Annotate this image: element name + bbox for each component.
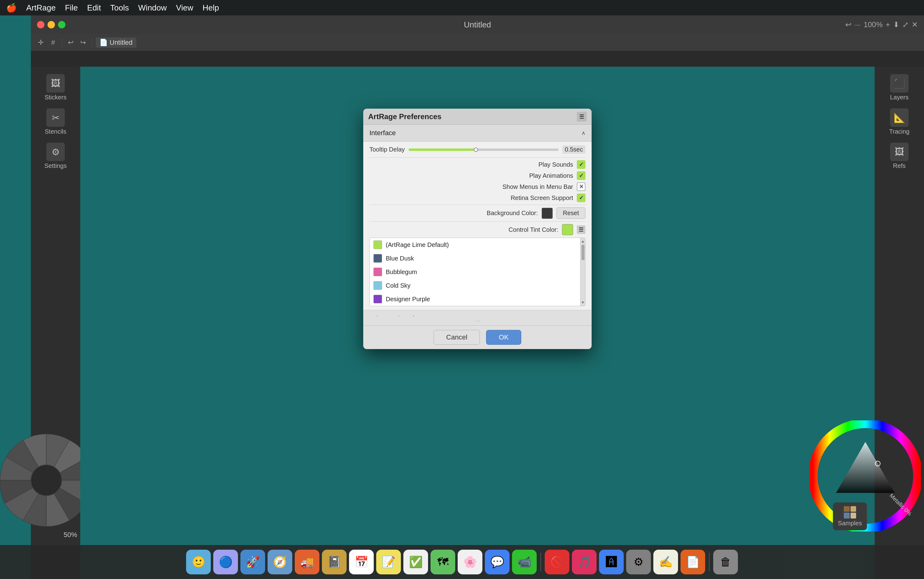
menu-edit[interactable]: Edit <box>87 3 101 13</box>
dock-notefile[interactable]: 📓 <box>322 550 347 574</box>
dock-transmit[interactable]: 🚚 <box>295 550 319 574</box>
menu-file[interactable]: File <box>65 3 78 13</box>
dock-trash[interactable]: 🗑 <box>713 550 738 574</box>
play-sounds-checkbox[interactable]: ✓ <box>577 160 585 169</box>
dock-music[interactable]: 🎵 <box>572 550 597 574</box>
dialog-overlay: ArtRage Preferences ☰ Interface ∧ <box>80 103 875 545</box>
sidebar-refs[interactable]: 🖼 Refs <box>881 140 918 172</box>
dock-notes[interactable]: 📝 <box>376 550 401 574</box>
reset-button[interactable]: Reset <box>556 208 585 219</box>
play-animations-label: Play Animations <box>529 172 573 179</box>
background-color-swatch[interactable] <box>541 208 553 219</box>
sidebar-tracing[interactable]: 📐 Tracing <box>881 106 918 137</box>
grid-icon[interactable]: # <box>48 38 58 47</box>
toolbar-separator-2 <box>92 38 92 47</box>
refs-label: Refs <box>893 162 906 169</box>
ok-button[interactable]: OK <box>486 330 521 345</box>
dock-news[interactable]: 🚫 <box>545 550 569 574</box>
show-menus-checkbox[interactable]: ✕ <box>577 182 585 191</box>
tooltip-delay-row: Tooltip Delay 0.5sec <box>370 146 585 154</box>
dock-safari[interactable]: 🧭 <box>268 550 292 574</box>
color-list-scrollbar[interactable]: ▲ ▼ <box>580 238 585 306</box>
color-item-lime[interactable]: (ArtRage Lime Default) <box>370 238 585 252</box>
dock-rocket[interactable]: 🚀 <box>240 550 265 574</box>
scroll-up-arrow[interactable]: ▲ <box>581 239 585 244</box>
retina-checkbox[interactable]: ✓ <box>577 193 585 202</box>
document-tab[interactable]: 📄 Untitled <box>96 38 136 48</box>
rotate-icon[interactable]: ↩ <box>845 20 852 29</box>
stencils-icon: ✂ <box>46 108 65 127</box>
tint-menu-icon[interactable]: ☰ <box>577 225 585 234</box>
handle-dots: ⋯ <box>475 317 480 324</box>
dock-calendar[interactable]: 📅 <box>349 550 374 574</box>
crosshair-icon[interactable]: ✛ <box>36 38 46 47</box>
sidebar-stickers[interactable]: 🖼 Stickers <box>37 72 74 103</box>
color-swatch-designer-purple <box>373 295 382 303</box>
dialog-footer: Cancel OK <box>363 325 592 349</box>
maximize-button[interactable] <box>58 21 65 28</box>
dock-separator-2 <box>709 553 710 571</box>
color-item-bubblegum[interactable]: Bubblegum <box>370 265 585 279</box>
play-animations-checkbox[interactable]: ✓ <box>577 171 585 180</box>
dialog-body[interactable]: Interface ∧ Tooltip Delay <box>363 125 592 316</box>
undo-icon[interactable]: ↩ <box>66 38 75 47</box>
dock-html[interactable]: 📄 <box>680 550 705 574</box>
dock-signing[interactable]: ✍ <box>653 550 678 574</box>
menu-window[interactable]: Window <box>138 3 167 13</box>
zoom-in-icon[interactable]: + <box>886 20 890 29</box>
dock: 🙂 🔵 🚀 🧭 🚚 📓 📅 📝 ✅ 🗺 🌸 💬 📹 🚫 🎵 🅰 ⚙ ✍ 📄 🗑 <box>0 545 924 579</box>
download-icon[interactable]: ⬇ <box>893 20 899 29</box>
tracing-label: Tracing <box>889 128 909 135</box>
fullscreen-icon[interactable]: ⤢ <box>903 20 909 29</box>
main-area: 🖼 Stickers ✂ Stencils ⚙ Settings <box>31 67 924 579</box>
dock-maps[interactable]: 🗺 <box>430 550 455 574</box>
tooltip-slider[interactable] <box>409 149 559 151</box>
section-advanced-header[interactable]: Advanced Preferences ∧ <box>363 310 592 316</box>
menu-artrage[interactable]: ArtRage <box>26 3 56 13</box>
dock-photos[interactable]: 🌸 <box>458 550 482 574</box>
menu-tools[interactable]: Tools <box>110 3 129 13</box>
close-button[interactable] <box>37 21 44 28</box>
dialog-menu-icon[interactable]: ☰ <box>577 112 587 122</box>
play-sounds-label: Play Sounds <box>538 161 573 168</box>
color-name-cold-sky: Cold Sky <box>386 282 410 289</box>
redo-icon[interactable]: ↪ <box>78 38 88 47</box>
section-interface-header[interactable]: Interface ∧ <box>363 125 592 142</box>
menu-view[interactable]: View <box>176 3 193 13</box>
scroll-down-arrow[interactable]: ▼ <box>581 300 585 304</box>
dock-messages[interactable]: 💬 <box>485 550 510 574</box>
section-interface-label: Interface <box>370 129 396 137</box>
dialog-title: ArtRage Preferences <box>368 112 442 121</box>
sidebar-layers[interactable]: ⬛ Layers <box>881 72 918 103</box>
tint-color-swatch[interactable] <box>562 224 573 235</box>
menu-help[interactable]: Help <box>203 3 219 13</box>
color-item-blue-dusk[interactable]: Blue Dusk <box>370 252 585 265</box>
color-item-cold-sky[interactable]: Cold Sky <box>370 279 585 292</box>
title-bar: Untitled ↩ — 100% + ⬇ ⤢ ✕ <box>31 15 924 34</box>
svg-marker-1 <box>836 442 895 493</box>
dock-facetime[interactable]: 📹 <box>512 550 537 574</box>
right-sidebar: ⬛ Layers 📐 Tracing 🖼 Refs <box>875 67 924 579</box>
dock-finder[interactable]: 🙂 <box>186 550 211 574</box>
title-bar-right: ↩ — 100% + ⬇ ⤢ ✕ <box>845 20 918 29</box>
dock-siri[interactable]: 🔵 <box>213 550 238 574</box>
tooltip-delay-label: Tooltip Delay <box>370 146 405 153</box>
color-item-designer-purple[interactable]: Designer Purple <box>370 292 585 306</box>
color-list[interactable]: (ArtRage Lime Default) Blue Dusk Bubbleg… <box>370 238 585 306</box>
sidebar-settings[interactable]: ⚙ Settings <box>37 140 74 172</box>
dock-sysprefs[interactable]: ⚙ <box>626 550 651 574</box>
close-icon[interactable]: ✕ <box>912 20 918 29</box>
dock-reminders[interactable]: ✅ <box>403 550 428 574</box>
tooltip-delay-value: 0.5sec <box>562 146 585 154</box>
minimize-button[interactable] <box>47 21 55 28</box>
color-name-blue-dusk: Blue Dusk <box>386 255 414 262</box>
artrage-preferences-dialog: ArtRage Preferences ☰ Interface ∧ <box>363 109 592 349</box>
cancel-button[interactable]: Cancel <box>433 330 480 345</box>
sidebar-stencils[interactable]: ✂ Stencils <box>37 106 74 137</box>
canvas-area[interactable]: ArtRage Preferences ☰ Interface ∧ <box>80 67 875 579</box>
left-sidebar: 🖼 Stickers ✂ Stencils ⚙ Settings <box>31 67 80 579</box>
apple-menu[interactable]: 🍎 <box>6 3 17 13</box>
dock-appstore[interactable]: 🅰 <box>599 550 624 574</box>
samples-button[interactable]: Samples <box>833 502 867 530</box>
tool-percentage: 50% <box>64 531 77 539</box>
